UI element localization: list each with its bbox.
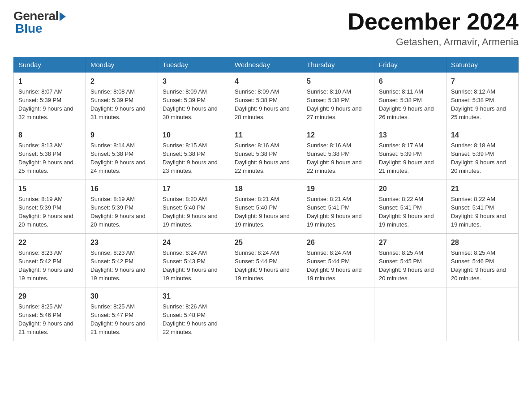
header-row: SundayMondayTuesdayWednesdayThursdayFrid… — [14, 57, 519, 73]
sunset-label: Sunset: 5:42 PM — [18, 258, 61, 265]
calendar-cell: 1Sunrise: 8:07 AMSunset: 5:39 PMDaylight… — [14, 73, 86, 126]
calendar-cell: 26Sunrise: 8:24 AMSunset: 5:44 PMDayligh… — [302, 234, 374, 287]
day-number: 25 — [235, 237, 297, 248]
header-day-tuesday: Tuesday — [158, 57, 230, 73]
daylight-label: Daylight: 9 hours and 21 minutes. — [379, 159, 434, 174]
daylight-label: Daylight: 9 hours and 21 minutes. — [18, 320, 73, 335]
sunrise-label: Sunrise: 8:10 AM — [307, 88, 351, 95]
sunset-label: Sunset: 5:45 PM — [379, 258, 422, 265]
sunset-label: Sunset: 5:38 PM — [379, 97, 422, 103]
sunrise-label: Sunrise: 8:07 AM — [18, 88, 63, 95]
sunrise-label: Sunrise: 8:09 AM — [235, 88, 279, 95]
day-number: 3 — [163, 76, 225, 86]
logo: General Blue — [13, 9, 66, 36]
sunrise-label: Sunrise: 8:24 AM — [235, 249, 279, 256]
day-number: 18 — [235, 184, 297, 194]
sunrise-label: Sunrise: 8:25 AM — [18, 303, 63, 310]
daylight-label: Daylight: 9 hours and 30 minutes. — [163, 105, 218, 120]
sunset-label: Sunset: 5:38 PM — [451, 97, 494, 103]
daylight-label: Daylight: 9 hours and 23 minutes. — [163, 159, 218, 174]
daylight-label: Daylight: 9 hours and 19 minutes. — [379, 213, 434, 228]
daylight-label: Daylight: 9 hours and 19 minutes. — [307, 213, 362, 228]
calendar-cell: 13Sunrise: 8:17 AMSunset: 5:39 PMDayligh… — [374, 126, 446, 180]
sunset-label: Sunset: 5:43 PM — [163, 258, 206, 265]
logo-blue-text: Blue — [15, 21, 43, 36]
sunrise-label: Sunrise: 8:25 AM — [379, 249, 423, 256]
sunrise-label: Sunrise: 8:24 AM — [307, 249, 351, 256]
sunrise-label: Sunrise: 8:11 AM — [379, 88, 423, 95]
calendar-body: 1Sunrise: 8:07 AMSunset: 5:39 PMDaylight… — [14, 73, 519, 341]
day-number: 19 — [307, 184, 369, 194]
daylight-label: Daylight: 9 hours and 22 minutes. — [235, 159, 290, 174]
sunset-label: Sunset: 5:40 PM — [163, 204, 206, 211]
day-number: 16 — [90, 184, 153, 194]
sunset-label: Sunset: 5:39 PM — [163, 97, 206, 103]
day-number: 7 — [451, 76, 514, 86]
day-number: 12 — [307, 130, 369, 140]
sunset-label: Sunset: 5:39 PM — [18, 97, 61, 103]
sunrise-label: Sunrise: 8:19 AM — [18, 196, 63, 202]
sunrise-label: Sunrise: 8:23 AM — [90, 249, 135, 256]
header-day-thursday: Thursday — [302, 57, 374, 73]
daylight-label: Daylight: 9 hours and 19 minutes. — [235, 266, 290, 282]
day-number: 15 — [18, 184, 81, 194]
day-number: 8 — [18, 130, 81, 140]
calendar-cell: 16Sunrise: 8:19 AMSunset: 5:39 PMDayligh… — [86, 180, 158, 234]
header-day-wednesday: Wednesday — [230, 57, 302, 73]
sunset-label: Sunset: 5:46 PM — [18, 312, 61, 318]
calendar-cell: 21Sunrise: 8:22 AMSunset: 5:41 PMDayligh… — [446, 180, 519, 234]
sunset-label: Sunset: 5:38 PM — [18, 150, 61, 157]
sunset-label: Sunset: 5:38 PM — [307, 97, 350, 103]
sunset-label: Sunset: 5:39 PM — [18, 204, 61, 211]
day-number: 26 — [307, 237, 369, 248]
header-day-friday: Friday — [374, 57, 446, 73]
calendar-week-1: 1Sunrise: 8:07 AMSunset: 5:39 PMDaylight… — [14, 73, 519, 126]
daylight-label: Daylight: 9 hours and 19 minutes. — [163, 213, 218, 228]
sunrise-label: Sunrise: 8:26 AM — [163, 303, 207, 310]
sunset-label: Sunset: 5:39 PM — [451, 150, 494, 157]
sunrise-label: Sunrise: 8:23 AM — [18, 249, 63, 256]
sunrise-label: Sunrise: 8:16 AM — [235, 142, 279, 149]
sunset-label: Sunset: 5:47 PM — [90, 312, 133, 318]
day-number: 23 — [90, 237, 153, 248]
daylight-label: Daylight: 9 hours and 25 minutes. — [18, 159, 73, 174]
daylight-label: Daylight: 9 hours and 19 minutes. — [235, 213, 290, 228]
calendar-cell: 15Sunrise: 8:19 AMSunset: 5:39 PMDayligh… — [14, 180, 86, 234]
sunset-label: Sunset: 5:38 PM — [307, 150, 350, 157]
sunrise-label: Sunrise: 8:14 AM — [90, 142, 135, 149]
calendar-cell: 10Sunrise: 8:15 AMSunset: 5:38 PMDayligh… — [158, 126, 230, 180]
daylight-label: Daylight: 9 hours and 25 minutes. — [451, 105, 506, 120]
sunrise-label: Sunrise: 8:09 AM — [163, 88, 207, 95]
sunset-label: Sunset: 5:38 PM — [235, 150, 278, 157]
calendar-cell: 2Sunrise: 8:08 AMSunset: 5:39 PMDaylight… — [86, 73, 158, 126]
sunset-label: Sunset: 5:38 PM — [235, 97, 278, 103]
header-day-monday: Monday — [86, 57, 158, 73]
sunrise-label: Sunrise: 8:22 AM — [379, 196, 423, 202]
sunrise-label: Sunrise: 8:20 AM — [163, 196, 207, 202]
sunset-label: Sunset: 5:41 PM — [379, 204, 422, 211]
sunrise-label: Sunrise: 8:19 AM — [90, 196, 135, 202]
daylight-label: Daylight: 9 hours and 20 minutes. — [18, 213, 73, 228]
sunset-label: Sunset: 5:41 PM — [307, 204, 350, 211]
sunrise-label: Sunrise: 8:22 AM — [451, 196, 495, 202]
calendar-cell: 14Sunrise: 8:18 AMSunset: 5:39 PMDayligh… — [446, 126, 519, 180]
sunset-label: Sunset: 5:44 PM — [235, 258, 278, 265]
header-day-saturday: Saturday — [446, 57, 519, 73]
calendar-cell: 29Sunrise: 8:25 AMSunset: 5:46 PMDayligh… — [14, 287, 86, 341]
sunrise-label: Sunrise: 8:12 AM — [451, 88, 495, 95]
day-number: 20 — [379, 184, 442, 194]
calendar-cell: 23Sunrise: 8:23 AMSunset: 5:42 PMDayligh… — [86, 234, 158, 287]
calendar-cell: 30Sunrise: 8:25 AMSunset: 5:47 PMDayligh… — [86, 287, 158, 341]
calendar-cell: 28Sunrise: 8:25 AMSunset: 5:46 PMDayligh… — [446, 234, 519, 287]
daylight-label: Daylight: 9 hours and 20 minutes. — [379, 266, 434, 282]
daylight-label: Daylight: 9 hours and 27 minutes. — [307, 105, 362, 120]
sunset-label: Sunset: 5:41 PM — [451, 204, 494, 211]
daylight-label: Daylight: 9 hours and 22 minutes. — [307, 159, 362, 174]
sunrise-label: Sunrise: 8:15 AM — [163, 142, 207, 149]
daylight-label: Daylight: 9 hours and 19 minutes. — [90, 266, 146, 282]
calendar-cell: 17Sunrise: 8:20 AMSunset: 5:40 PMDayligh… — [158, 180, 230, 234]
calendar-cell: 12Sunrise: 8:16 AMSunset: 5:38 PMDayligh… — [302, 126, 374, 180]
daylight-label: Daylight: 9 hours and 28 minutes. — [235, 105, 290, 120]
daylight-label: Daylight: 9 hours and 32 minutes. — [18, 105, 73, 120]
header-day-sunday: Sunday — [14, 57, 86, 73]
